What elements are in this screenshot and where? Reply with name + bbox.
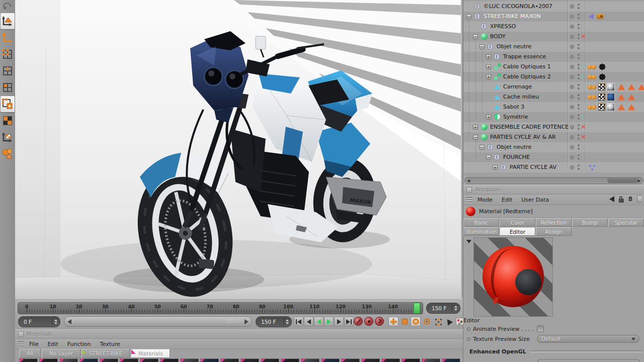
fur-tag-icon[interactable] xyxy=(599,74,605,80)
visibility-dots-toggle[interactable] xyxy=(578,154,580,156)
selection-arrow-toggle[interactable] xyxy=(444,317,454,326)
material-tab-color[interactable]: Color xyxy=(500,218,535,227)
layer-dot-toggle[interactable] xyxy=(570,75,574,79)
layer-dot-toggle[interactable] xyxy=(570,65,574,69)
visibility-dots-toggle[interactable] xyxy=(578,114,580,116)
layer-dot-toggle[interactable] xyxy=(570,15,574,19)
layer-dot-toggle[interactable] xyxy=(570,135,574,139)
tree-row[interactable]: −STREET-BIKE MAXON xyxy=(463,12,644,22)
material-thumbnail[interactable] xyxy=(79,358,98,362)
layer-tab-no-layer[interactable]: No Layer xyxy=(42,349,80,358)
menu-function[interactable]: Function xyxy=(67,341,91,347)
tree-row[interactable]: −Objet neutre xyxy=(463,42,644,52)
material-thumbnail[interactable] xyxy=(401,358,420,362)
step-forward-button[interactable] xyxy=(334,317,344,326)
tree-row[interactable]: +Trappe essence xyxy=(463,52,644,62)
visibility-dots-toggle[interactable] xyxy=(578,134,580,136)
collapse-box-icon[interactable]: − xyxy=(479,145,485,150)
material-thumbnail[interactable] xyxy=(140,358,158,362)
visibility-dots-toggle[interactable] xyxy=(578,74,580,76)
material-thumbnail[interactable] xyxy=(59,358,78,362)
step-back-button[interactable] xyxy=(304,317,313,326)
visibility-dots-toggle[interactable] xyxy=(578,34,580,36)
material-thumbnail[interactable] xyxy=(39,358,58,362)
layer-dot-toggle[interactable] xyxy=(570,95,574,99)
tree-row[interactable]: −Objet neutre xyxy=(463,142,644,152)
materials-header[interactable]: Materials xyxy=(15,330,463,339)
camera-tag-icon[interactable] xyxy=(597,14,604,19)
fur-tag-icon[interactable] xyxy=(599,64,605,70)
goto-end-button[interactable] xyxy=(344,317,354,326)
play-forward-button[interactable] xyxy=(324,317,334,326)
record-keyframe-button[interactable] xyxy=(354,317,363,326)
collapse-box-icon[interactable]: − xyxy=(473,34,478,39)
tree-row[interactable]: −PARTIES CYCLE AV & AR× xyxy=(463,132,644,142)
material-thumbnail[interactable] xyxy=(301,358,319,362)
history-back-icon[interactable] xyxy=(609,196,614,202)
tree-row[interactable]: Cache milieu xyxy=(463,92,644,102)
tree-row[interactable]: +Cable Optiques 1✓ xyxy=(463,62,644,72)
material-tab-basic[interactable]: Basic xyxy=(463,218,499,227)
range-left-arrow-icon[interactable] xyxy=(67,319,71,324)
tri-tag-icon[interactable] xyxy=(628,94,635,100)
record-position-toggle[interactable] xyxy=(388,317,398,326)
visibility-dots-toggle[interactable] xyxy=(578,14,580,16)
layer-dot-toggle[interactable] xyxy=(570,85,574,89)
texture-tag-mode-button[interactable] xyxy=(1,113,15,129)
animate-preview-checkbox[interactable] xyxy=(537,325,544,332)
tree-row[interactable]: +PARTIE CYCLE AV xyxy=(463,162,644,172)
visibility-dots-toggle[interactable] xyxy=(578,164,580,166)
material-thumbnail[interactable] xyxy=(341,358,360,362)
visibility-dots-toggle[interactable] xyxy=(578,124,580,126)
visibility-dots-toggle[interactable] xyxy=(578,24,580,26)
sphere-tag-icon[interactable] xyxy=(607,83,615,91)
layer-tab-all[interactable]: All xyxy=(19,349,41,358)
dot-tag-icon[interactable] xyxy=(592,105,596,110)
max-frame-field[interactable]: 150 F xyxy=(426,303,460,314)
disabled-cross-icon[interactable]: × xyxy=(581,123,586,130)
menu-user-data[interactable]: User Data xyxy=(521,197,549,203)
visibility-dots-toggle[interactable] xyxy=(578,64,580,66)
tree-row[interactable]: −BODY× xyxy=(463,32,644,42)
preview-range-slider[interactable]: 150 F xyxy=(64,316,252,327)
expand-box-icon[interactable]: + xyxy=(486,54,491,59)
visibility-dots-toggle[interactable] xyxy=(578,144,580,146)
checker-tag-icon[interactable] xyxy=(598,83,605,90)
material-thumbnail[interactable] xyxy=(442,358,460,362)
current-frame-field[interactable]: 0 F xyxy=(18,316,60,327)
layer-tab-materials[interactable]: Materials xyxy=(131,349,170,358)
visibility-dots-toggle[interactable] xyxy=(578,84,580,86)
menu-edit[interactable]: Edit xyxy=(47,341,58,347)
dot-tag-icon[interactable] xyxy=(592,65,596,69)
material-tab-bump[interactable]: Bump xyxy=(572,218,608,227)
collapse-box-icon[interactable]: − xyxy=(473,135,478,140)
menu-file[interactable]: File xyxy=(29,341,38,347)
layer-dot-toggle[interactable] xyxy=(570,115,574,119)
scrollbar-thumb[interactable] xyxy=(607,178,638,183)
material-thumbnail[interactable] xyxy=(240,358,259,362)
tri-tag-icon[interactable] xyxy=(618,84,625,90)
layer-dot-toggle[interactable] xyxy=(570,55,574,59)
expand-box-icon[interactable]: + xyxy=(473,125,478,130)
range-right-arrow-icon[interactable] xyxy=(245,319,249,324)
tree-row[interactable]: +Symétrie✓ xyxy=(463,112,644,122)
enabled-check-icon[interactable]: ✓ xyxy=(581,113,586,120)
dot-tag-icon[interactable] xyxy=(592,95,596,100)
layer-dot-toggle[interactable] xyxy=(570,145,574,149)
edge-mode-button[interactable] xyxy=(1,63,15,79)
frame-stepper[interactable] xyxy=(283,318,290,326)
tri-tag-icon[interactable] xyxy=(618,94,625,100)
material-thumbnail[interactable] xyxy=(422,358,440,362)
object-mode-button[interactable] xyxy=(1,146,15,162)
keyframe-presets-button[interactable] xyxy=(455,317,465,326)
link-icon[interactable]: 8 xyxy=(628,196,632,202)
checker-tag-icon[interactable] xyxy=(598,104,605,111)
expand-box-icon[interactable]: + xyxy=(486,115,491,120)
tree-row[interactable]: Sabot 3 xyxy=(463,102,644,112)
tree-row[interactable]: ©LUC CICOGNOLA•2007 xyxy=(463,2,644,12)
xnode-tag-icon[interactable] xyxy=(589,164,596,170)
disabled-cross-icon[interactable]: × xyxy=(581,32,586,40)
expand-box-icon[interactable]: + xyxy=(486,64,491,69)
frame-stepper[interactable] xyxy=(452,304,459,312)
menu-mode[interactable]: Mode xyxy=(477,197,493,203)
